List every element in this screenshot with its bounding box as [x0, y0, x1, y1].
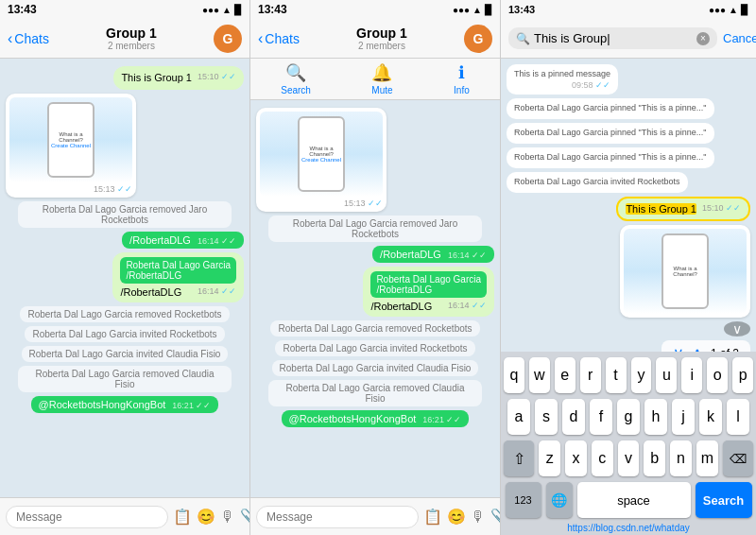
phone-inner-1: What is a Channel?Create Channel [47, 102, 94, 178]
key-r[interactable]: r [580, 357, 601, 393]
emoji-icon-2[interactable]: 😊 [447, 508, 466, 526]
toolbar-info[interactable]: ℹ Info [454, 62, 470, 95]
green-msg-1: /RobertaDLG 16:14 ✓✓ [122, 232, 244, 249]
key-l[interactable]: l [727, 399, 749, 435]
clip-icon-2[interactable]: 📋 [423, 508, 442, 526]
at-msg-1: @RocketbotsHongKongBot 16:21 ✓✓ [31, 396, 219, 413]
toolbar-search[interactable]: 🔍 Search [281, 62, 311, 95]
back-button-2[interactable]: ‹ Chats [258, 30, 300, 47]
chat-area-1: This is Group 1 15:10 ✓✓ What is a Chann… [0, 59, 249, 497]
sys-msg-2-2: Roberta Dal Lago Garcia removed Rocketbo… [270, 320, 479, 337]
key-search[interactable]: Search [696, 482, 752, 518]
key-shift[interactable]: ⇧ [504, 440, 534, 476]
sys-msg-5: Roberta Dal Lago Garcia removed Claudia … [18, 366, 232, 392]
toolbar-mute[interactable]: 🔔 Mute [371, 62, 392, 95]
key-s[interactable]: s [535, 399, 558, 435]
mock-time-1: 15:13 ✓✓ [94, 184, 132, 194]
key-backspace[interactable]: ⌫ [723, 440, 753, 476]
key-y[interactable]: y [631, 357, 652, 393]
mic-icon-2[interactable]: 🎙 [471, 509, 486, 526]
toolbar-mute-label: Mute [371, 85, 392, 95]
sys-msg-2-5: Roberta Dal Lago Garcia removed Claudia … [268, 380, 483, 406]
key-t[interactable]: t [606, 357, 627, 393]
nav-avatar-2[interactable]: G [464, 25, 492, 53]
keyboard-row-4: 123 🌐 space Search [504, 482, 753, 518]
url-text: https://blog.csdn.net/whatday [567, 523, 690, 533]
msg-time-q1: 16:14 ✓✓ [198, 286, 236, 296]
quote-header-1: Roberta Dal Lago Garcia/RobertaDLG [120, 257, 236, 284]
back-button-1[interactable]: ‹ Chats [8, 30, 49, 47]
key-h[interactable]: h [644, 399, 667, 435]
key-m[interactable]: m [696, 440, 718, 476]
search-input[interactable] [534, 31, 693, 45]
back-chevron-2: ‹ [258, 30, 263, 47]
search-nav: 13:43 ●●● ▲ ▉ 🔍 × Cancel [501, 0, 756, 59]
key-x[interactable]: x [565, 440, 587, 476]
nav-avatar-1[interactable]: G [214, 25, 242, 53]
key-w[interactable]: w [529, 357, 550, 393]
quoted-msg-2: Roberta Dal Lago Garcia/RobertaDLG /Robe… [363, 267, 494, 317]
search-result-msg: This is Group 1 15:10 ✓✓ [616, 197, 750, 221]
message-input-2[interactable] [256, 506, 419, 528]
nav-title-2: Group 1 [356, 26, 407, 41]
msg-text: This is Group 1 [121, 72, 192, 83]
mute-icon-toolbar: 🔔 [371, 62, 392, 83]
time-3: 13:43 [508, 4, 535, 15]
search-input-box: 🔍 × [508, 27, 717, 49]
key-space[interactable]: space [577, 482, 691, 518]
input-bar-1: 📋 😊 🎙 📎 [0, 497, 249, 535]
key-n[interactable]: n [670, 440, 692, 476]
wifi-icon-3: ▲ [729, 5, 738, 15]
clear-search-icon[interactable]: × [696, 32, 710, 45]
phone-mockup-1: What is a Channel?Create Channel 15:13 ✓… [6, 94, 136, 198]
toolbar-search-label: Search [281, 85, 311, 95]
info-icon-toolbar: ℹ [458, 62, 465, 83]
back-label-2[interactable]: Chats [265, 31, 300, 46]
emoji-icon-1[interactable]: 😊 [197, 508, 215, 526]
key-j[interactable]: j [672, 399, 695, 435]
key-z[interactable]: z [539, 440, 560, 476]
phone-img-1: What is a Channel?Create Channel [9, 97, 132, 182]
attach-icon-2[interactable]: 📎 [490, 508, 501, 526]
key-p[interactable]: p [732, 357, 753, 393]
msg-time-q2: 16:14 ✓✓ [448, 301, 487, 310]
result-time: 15:10 ✓✓ [702, 203, 741, 213]
key-o[interactable]: o [707, 357, 728, 393]
key-123[interactable]: 123 [506, 482, 541, 518]
status-bar-3: 13:43 ●●● ▲ ▉ [501, 0, 756, 19]
pinned-msg-1: Roberta Dal Lago Garcia pinned "This is … [507, 98, 714, 119]
key-i[interactable]: i [681, 357, 702, 393]
key-a[interactable]: a [507, 399, 530, 435]
message-input-1[interactable] [6, 506, 168, 528]
key-k[interactable]: k [699, 399, 722, 435]
key-u[interactable]: u [656, 357, 677, 393]
nav-bar-1: ‹ Chats Group 1 2 members G [0, 19, 249, 59]
result-prev-btn[interactable]: ∨ [673, 344, 684, 352]
phone-mockup-3: What is a Channel? [620, 225, 750, 318]
key-emoji[interactable]: 🌐 [546, 482, 573, 518]
back-label-1[interactable]: Chats [14, 31, 49, 46]
attach-icon-1[interactable]: 📎 [240, 508, 250, 526]
back-chevron-1: ‹ [8, 30, 12, 47]
key-g[interactable]: g [617, 399, 640, 435]
key-e[interactable]: e [555, 357, 576, 393]
scroll-down-btn[interactable]: ∨ [724, 321, 750, 337]
status-icons-2: ●●● ▲ ▉ [453, 5, 492, 15]
key-d[interactable]: d [562, 399, 585, 435]
nav-subtitle-1: 2 members [108, 41, 155, 51]
nav-subtitle-2: 2 members [358, 41, 405, 51]
battery-icon-1: ▉ [234, 5, 242, 15]
key-q[interactable]: q [504, 357, 524, 393]
key-c[interactable]: c [592, 440, 613, 476]
result-next-btn[interactable]: ∧ [692, 344, 703, 352]
cancel-button[interactable]: Cancel [723, 31, 756, 45]
key-v[interactable]: v [618, 440, 640, 476]
clip-icon-1[interactable]: 📋 [173, 508, 192, 526]
key-f[interactable]: f [590, 399, 612, 435]
key-b[interactable]: b [644, 440, 665, 476]
search-icon-input: 🔍 [516, 32, 530, 45]
pinned-header-1: Roberta Dal Lago Garcia pinned "This is … [514, 103, 707, 112]
mic-icon-1[interactable]: 🎙 [220, 509, 235, 526]
keyboard-row-1: q w e r t y u i o p [504, 357, 753, 393]
sys-msg-2-4: Roberta Dal Lago Garcia invited Claudia … [272, 360, 479, 376]
